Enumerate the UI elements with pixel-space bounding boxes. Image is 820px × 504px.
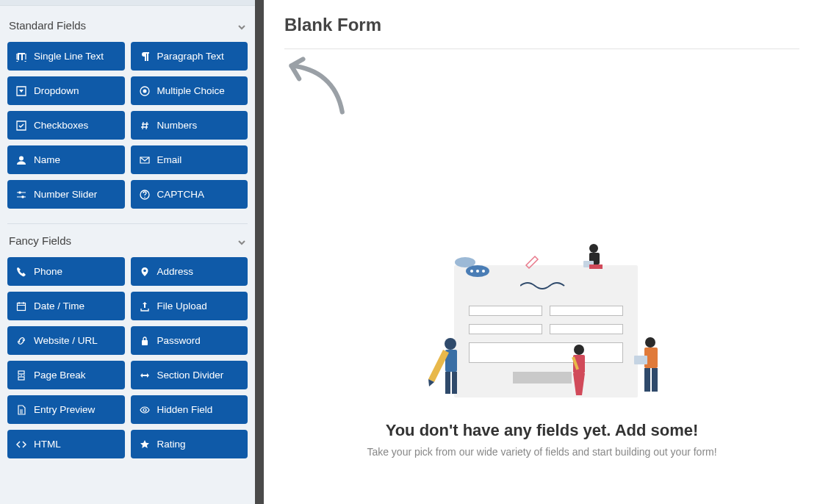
field-paragraph-text[interactable]: Paragraph Text — [131, 42, 248, 71]
paragraph-icon — [140, 51, 150, 62]
fancy-fields-grid: PhoneAddressDate / TimeFile UploadWebsit… — [7, 257, 248, 473]
hint-arrow-icon — [284, 57, 799, 118]
field-label: Email — [157, 154, 182, 165]
svg-point-17 — [482, 270, 485, 273]
field-entry-preview[interactable]: Entry Preview — [7, 395, 125, 424]
field-page-break[interactable]: Page Break — [7, 361, 125, 389]
person-pencil-icon — [425, 335, 465, 401]
svg-point-25 — [645, 337, 655, 348]
dot-circle-icon — [140, 86, 150, 96]
standard-fields-title: Standard Fields — [9, 19, 86, 32]
person-red-icon — [564, 342, 594, 401]
field-phone[interactable]: Phone — [7, 257, 125, 286]
svg-point-18 — [445, 338, 456, 350]
field-name[interactable]: Name — [7, 145, 125, 174]
sidebar-tabstrip — [0, 0, 255, 6]
svg-point-12 — [143, 408, 146, 411]
field-address[interactable]: Address — [131, 257, 248, 286]
field-label: File Upload — [157, 300, 207, 312]
svg-rect-9 — [142, 340, 148, 345]
hash-icon — [140, 120, 150, 131]
envelope-icon — [140, 155, 150, 165]
field-label: Number Slider — [34, 189, 97, 200]
field-html[interactable]: HTML — [7, 430, 125, 458]
field-website-url[interactable]: Website / URL — [7, 326, 125, 355]
svg-point-7 — [143, 269, 146, 272]
field-label: Checkboxes — [34, 120, 88, 131]
page-break-icon — [16, 370, 26, 381]
person-laptop-icon — [634, 335, 667, 397]
star-icon — [140, 439, 150, 450]
svg-point-4 — [21, 195, 24, 198]
field-label: Entry Preview — [34, 404, 95, 415]
field-label: Phone — [34, 266, 62, 277]
field-label: Page Break — [34, 370, 86, 381]
arrows-h-icon — [140, 370, 150, 381]
caret-square-icon — [16, 86, 26, 96]
panel-divider[interactable] — [255, 0, 264, 504]
form-canvas[interactable]: Blank Form You don't have any fields yet… — [264, 0, 820, 504]
person-sitting-icon — [580, 243, 610, 274]
standard-fields-grid: Single Line TextParagraph TextDropdownMu… — [7, 42, 248, 223]
check-square-icon — [16, 120, 26, 131]
svg-rect-10 — [18, 371, 24, 374]
svg-rect-33 — [589, 264, 603, 269]
empty-illustration — [417, 243, 667, 405]
map-pin-icon — [140, 267, 150, 277]
field-file-upload[interactable]: File Upload — [131, 292, 248, 320]
svg-point-2 — [19, 156, 24, 160]
field-hidden-field[interactable]: Hidden Field — [131, 395, 248, 424]
file-icon — [16, 405, 26, 415]
svg-rect-11 — [18, 377, 24, 380]
field-label: Rating — [157, 439, 186, 450]
svg-point-6 — [144, 196, 145, 198]
svg-point-15 — [470, 270, 473, 273]
eye-slash-icon — [140, 405, 150, 415]
svg-point-22 — [574, 345, 584, 355]
field-captcha[interactable]: CAPTCHA — [131, 180, 248, 209]
svg-point-1 — [143, 89, 146, 93]
chevron-down-icon — [237, 21, 246, 30]
svg-rect-28 — [652, 368, 658, 392]
field-rating[interactable]: Rating — [131, 430, 248, 458]
empty-state: You don't have any fields yet. Add some!… — [284, 243, 799, 458]
phone-icon — [16, 267, 26, 277]
text-height-icon — [16, 51, 26, 62]
field-label: Paragraph Text — [157, 51, 224, 62]
field-section-divider[interactable]: Section Divider — [131, 361, 248, 389]
field-password[interactable]: Password — [131, 326, 248, 355]
code-icon — [16, 439, 26, 450]
link-icon — [16, 336, 26, 346]
field-label: Section Divider — [157, 370, 224, 381]
svg-rect-29 — [634, 356, 647, 364]
standard-fields-header[interactable]: Standard Fields — [7, 12, 248, 42]
field-checkboxes[interactable]: Checkboxes — [7, 111, 125, 140]
field-dropdown[interactable]: Dropdown — [7, 76, 125, 105]
field-label: Password — [157, 335, 201, 346]
field-multiple-choice[interactable]: Multiple Choice — [131, 76, 248, 105]
field-label: Date / Time — [34, 300, 84, 312]
fancy-fields-header[interactable]: Fancy Fields — [7, 227, 248, 257]
field-date-time[interactable]: Date / Time — [7, 292, 125, 320]
svg-point-30 — [589, 244, 598, 253]
empty-heading: You don't have any fields yet. Add some! — [386, 421, 699, 440]
field-label: Name — [34, 154, 60, 165]
field-label: Numbers — [157, 120, 198, 131]
field-email[interactable]: Email — [131, 145, 248, 174]
field-label: HTML — [34, 439, 61, 450]
fancy-fields-title: Fancy Fields — [9, 234, 71, 247]
svg-rect-27 — [644, 368, 650, 392]
field-label: Dropdown — [34, 85, 79, 96]
field-number-slider[interactable]: Number Slider — [7, 180, 125, 209]
question-circle-icon — [140, 190, 150, 200]
lock-icon — [140, 336, 150, 346]
user-icon — [16, 155, 26, 165]
field-single-line-text[interactable]: Single Line Text — [7, 42, 125, 71]
field-label: CAPTCHA — [157, 189, 205, 200]
empty-subtext: Take your pick from our wide variety of … — [367, 446, 716, 458]
field-numbers[interactable]: Numbers — [131, 111, 248, 140]
fields-sidebar: Standard Fields Single Line TextParagrap… — [0, 0, 255, 504]
field-label: Multiple Choice — [157, 85, 225, 96]
calendar-icon — [16, 301, 26, 312]
upload-icon — [140, 301, 150, 312]
